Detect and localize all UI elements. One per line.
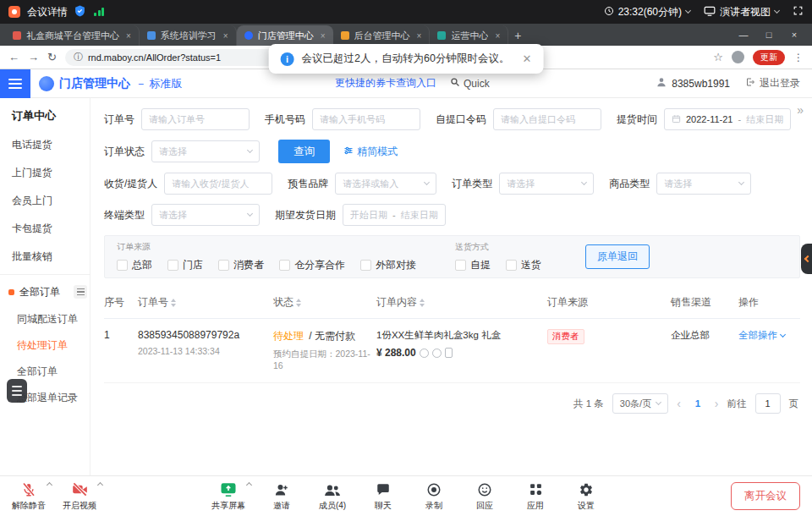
hamburger-menu-button[interactable]	[0, 69, 30, 98]
goto-page-input[interactable]	[755, 393, 781, 414]
sidebar-item-door-pickup[interactable]: 上门提货	[0, 159, 90, 187]
members-button[interactable]: 成员(4)	[318, 481, 347, 512]
browser-profile-avatar[interactable]	[732, 51, 744, 63]
tab-close-icon[interactable]: ×	[223, 31, 228, 41]
tab-close-icon[interactable]: ×	[126, 31, 131, 41]
sidebar-item-pending-orders[interactable]: 待处理订单	[0, 332, 90, 359]
meeting-toolbar: 解除静音 开启视频 共享屏幕 邀请	[0, 475, 812, 516]
simple-mode-toggle[interactable]: 精简模式	[343, 145, 398, 159]
checkbox-delivery-selfpickup[interactable]: 自提	[455, 258, 491, 272]
logout-button[interactable]: 退出登录	[745, 76, 800, 91]
order-no-value[interactable]: 83859345088979792a	[138, 329, 273, 341]
reload-icon[interactable]: ↻	[47, 51, 57, 63]
sidebar-item-batch-verify[interactable]: 批量核销	[0, 243, 90, 271]
cell-source: 消费者	[547, 329, 671, 344]
sidebar-item-card-pickup[interactable]: 卡包提货	[0, 215, 90, 243]
chevron-up-icon[interactable]	[97, 481, 103, 487]
receiver-input[interactable]	[164, 173, 272, 195]
browser-tab[interactable]: 后台管理中心 ×	[333, 25, 431, 46]
col-order-no[interactable]: 订单号	[138, 295, 273, 310]
site-info-icon[interactable]: ⓘ	[74, 51, 83, 63]
invite-button[interactable]: 邀请	[267, 481, 296, 512]
chevron-up-icon[interactable]	[47, 481, 52, 487]
sort-icon[interactable]	[296, 299, 301, 307]
new-tab-button[interactable]: +	[508, 25, 527, 46]
user-account[interactable]: 8385wb1991	[656, 76, 730, 91]
view-mode-selector[interactable]: 演讲者视图	[704, 5, 779, 19]
fullscreen-icon[interactable]	[793, 5, 804, 19]
header-right: 8385wb1991 退出登录	[656, 76, 812, 91]
sidebar-item-member-visit[interactable]: 会员上门	[0, 187, 90, 215]
back-icon[interactable]: ←	[8, 51, 19, 63]
pickup-time-range-picker[interactable]: 2022-11-21 - 结束日期	[664, 108, 791, 130]
security-shield-icon[interactable]	[74, 5, 85, 19]
pickup-code-input[interactable]	[493, 108, 601, 130]
app-title: 门店管理中心	[59, 76, 130, 91]
browser-tab-active[interactable]: 门店管理中心 ×	[237, 25, 333, 46]
next-page-button[interactable]: ›	[715, 397, 719, 410]
meeting-title[interactable]: 会议详情	[27, 5, 68, 19]
tab-close-icon[interactable]: ×	[321, 31, 326, 41]
order-status-select[interactable]: 请选择	[151, 140, 260, 162]
pickup-time-label: 提货时间	[617, 113, 657, 127]
tab-close-icon[interactable]: ×	[417, 31, 422, 41]
floating-list-widget[interactable]	[7, 379, 27, 403]
all-actions-dropdown[interactable]: 全部操作	[738, 329, 785, 342]
checkbox-delivery-ship[interactable]: 送货	[506, 258, 541, 272]
start-video-button[interactable]: 开启视频	[63, 481, 96, 512]
browser-menu-icon[interactable]: ⋮	[793, 52, 804, 63]
window-close-button[interactable]: ×	[782, 24, 807, 46]
browser-update-button[interactable]: 更新	[753, 50, 785, 65]
checkbox-source-store[interactable]: 门店	[167, 258, 203, 272]
browser-tab[interactable]: 礼盒商城平台管理中心 ×	[5, 25, 140, 46]
chat-button[interactable]: 聊天	[369, 481, 398, 512]
apps-button[interactable]: 应用	[521, 481, 550, 512]
window-maximize-button[interactable]: □	[756, 24, 782, 46]
col-status[interactable]: 状态	[273, 295, 376, 310]
leave-meeting-button[interactable]: 离开会议	[731, 482, 800, 510]
checkbox-source-hq[interactable]: 总部	[117, 258, 152, 272]
quick-search[interactable]: Quick	[450, 77, 490, 90]
browser-tab[interactable]: 系统培训学习 ×	[140, 25, 237, 46]
reactions-button[interactable]: 回应	[470, 481, 499, 512]
original-order-return-button[interactable]: 原单退回	[585, 244, 650, 269]
tab-favicon	[13, 31, 21, 40]
order-price: ¥ 288.00	[376, 347, 416, 359]
sidebar-item-phone-pickup[interactable]: 电话提货	[0, 131, 90, 159]
coupon-query-link[interactable]: 更快捷的券卡查询入口	[335, 76, 436, 91]
order-type-select[interactable]: 请选择	[499, 173, 594, 195]
search-button[interactable]: 查询	[278, 140, 330, 163]
sort-icon[interactable]	[171, 299, 176, 307]
panel-collapse-icon[interactable]: »	[797, 103, 804, 117]
bookmark-star-icon[interactable]: ☆	[713, 51, 723, 63]
sidebar-item-city-delivery-orders[interactable]: 同城配送订单	[0, 306, 90, 332]
checkbox-source-warehouse-coop[interactable]: 仓分享合作	[279, 258, 345, 272]
expect-start-placeholder: 开始日期	[350, 209, 387, 222]
expect-ship-date-range-picker[interactable]: 开始日期 - 结束日期	[343, 204, 446, 226]
prev-page-button[interactable]: ‹	[677, 397, 681, 410]
page-size-select[interactable]: 30条/页	[612, 393, 668, 414]
checkbox-source-external[interactable]: 外部对接	[360, 258, 416, 272]
meeting-timer[interactable]: 23:32(60分钟)	[604, 5, 690, 19]
unmute-button[interactable]: 解除静音	[12, 481, 46, 512]
order-no-input[interactable]	[141, 108, 250, 130]
product-type-select[interactable]: 请选择	[656, 173, 751, 195]
sidebar-collapse-icon[interactable]	[74, 285, 87, 299]
sort-icon[interactable]	[420, 299, 425, 307]
terminal-type-select[interactable]: 请选择	[151, 204, 260, 226]
checkbox-source-consumer[interactable]: 消费者	[218, 258, 264, 272]
presale-brand-select[interactable]: 请选择或输入	[335, 173, 436, 195]
forward-icon[interactable]: →	[28, 51, 39, 63]
tab-close-icon[interactable]: ×	[495, 31, 500, 41]
current-page[interactable]: 1	[689, 398, 706, 409]
chevron-up-icon[interactable]	[246, 481, 252, 487]
share-screen-button[interactable]: 共享屏幕	[211, 481, 245, 512]
side-panel-handle[interactable]	[801, 244, 812, 274]
close-icon[interactable]: ✕	[522, 52, 531, 65]
browser-tab[interactable]: 运营中心 ×	[430, 25, 508, 46]
window-minimize-button[interactable]: —	[731, 24, 756, 46]
record-button[interactable]: 录制	[420, 481, 448, 512]
col-content[interactable]: 订单内容	[376, 295, 547, 310]
settings-button[interactable]: 设置	[572, 481, 601, 512]
phone-input[interactable]	[312, 108, 420, 130]
